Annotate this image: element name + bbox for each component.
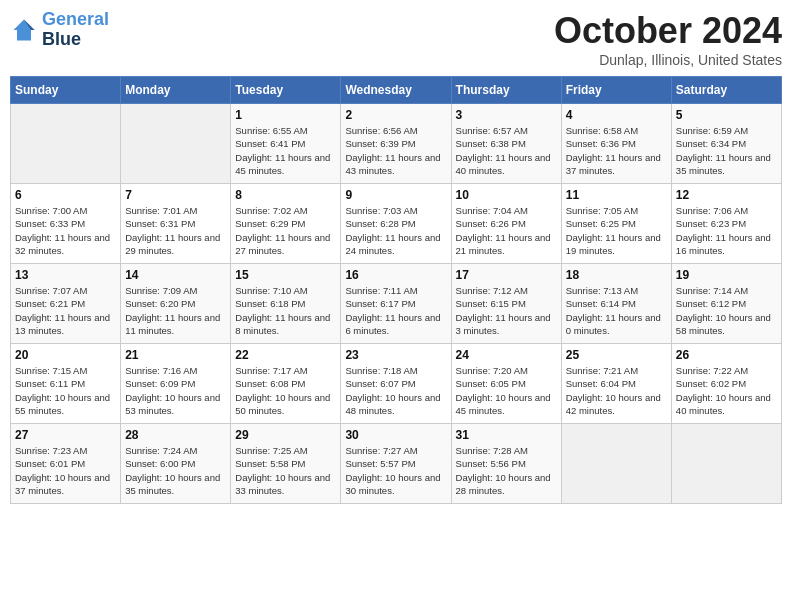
calendar-day-3: 3 Sunrise: 6:57 AM Sunset: 6:38 PM Dayli… (451, 104, 561, 184)
day-number: 9 (345, 188, 446, 202)
calendar-day-8: 8 Sunrise: 7:02 AM Sunset: 6:29 PM Dayli… (231, 184, 341, 264)
day-info: Sunrise: 7:04 AM Sunset: 6:26 PM Dayligh… (456, 204, 557, 257)
day-info: Sunrise: 7:22 AM Sunset: 6:02 PM Dayligh… (676, 364, 777, 417)
calendar-day-23: 23 Sunrise: 7:18 AM Sunset: 6:07 PM Dayl… (341, 344, 451, 424)
logo-icon (10, 16, 38, 44)
title-block: October 2024 Dunlap, Illinois, United St… (554, 10, 782, 68)
day-info: Sunrise: 7:17 AM Sunset: 6:08 PM Dayligh… (235, 364, 336, 417)
calendar-day-28: 28 Sunrise: 7:24 AM Sunset: 6:00 PM Dayl… (121, 424, 231, 504)
day-number: 28 (125, 428, 226, 442)
calendar-row: 13 Sunrise: 7:07 AM Sunset: 6:21 PM Dayl… (11, 264, 782, 344)
weekday-header-row: SundayMondayTuesdayWednesdayThursdayFrid… (11, 77, 782, 104)
weekday-header-monday: Monday (121, 77, 231, 104)
day-info: Sunrise: 6:57 AM Sunset: 6:38 PM Dayligh… (456, 124, 557, 177)
calendar-day-21: 21 Sunrise: 7:16 AM Sunset: 6:09 PM Dayl… (121, 344, 231, 424)
calendar-day-22: 22 Sunrise: 7:17 AM Sunset: 6:08 PM Dayl… (231, 344, 341, 424)
day-number: 30 (345, 428, 446, 442)
day-info: Sunrise: 7:28 AM Sunset: 5:56 PM Dayligh… (456, 444, 557, 497)
calendar-day-24: 24 Sunrise: 7:20 AM Sunset: 6:05 PM Dayl… (451, 344, 561, 424)
calendar-day-4: 4 Sunrise: 6:58 AM Sunset: 6:36 PM Dayli… (561, 104, 671, 184)
day-info: Sunrise: 7:18 AM Sunset: 6:07 PM Dayligh… (345, 364, 446, 417)
calendar-row: 27 Sunrise: 7:23 AM Sunset: 6:01 PM Dayl… (11, 424, 782, 504)
day-number: 27 (15, 428, 116, 442)
calendar-day-9: 9 Sunrise: 7:03 AM Sunset: 6:28 PM Dayli… (341, 184, 451, 264)
empty-cell (561, 424, 671, 504)
day-number: 25 (566, 348, 667, 362)
day-info: Sunrise: 7:03 AM Sunset: 6:28 PM Dayligh… (345, 204, 446, 257)
day-info: Sunrise: 7:01 AM Sunset: 6:31 PM Dayligh… (125, 204, 226, 257)
day-info: Sunrise: 7:23 AM Sunset: 6:01 PM Dayligh… (15, 444, 116, 497)
day-number: 22 (235, 348, 336, 362)
day-number: 3 (456, 108, 557, 122)
calendar-day-7: 7 Sunrise: 7:01 AM Sunset: 6:31 PM Dayli… (121, 184, 231, 264)
calendar-day-13: 13 Sunrise: 7:07 AM Sunset: 6:21 PM Dayl… (11, 264, 121, 344)
day-number: 13 (15, 268, 116, 282)
calendar-day-5: 5 Sunrise: 6:59 AM Sunset: 6:34 PM Dayli… (671, 104, 781, 184)
calendar-row: 6 Sunrise: 7:00 AM Sunset: 6:33 PM Dayli… (11, 184, 782, 264)
calendar-day-2: 2 Sunrise: 6:56 AM Sunset: 6:39 PM Dayli… (341, 104, 451, 184)
day-number: 31 (456, 428, 557, 442)
day-info: Sunrise: 7:25 AM Sunset: 5:58 PM Dayligh… (235, 444, 336, 497)
day-info: Sunrise: 7:13 AM Sunset: 6:14 PM Dayligh… (566, 284, 667, 337)
month-title: October 2024 (554, 10, 782, 52)
calendar-day-18: 18 Sunrise: 7:13 AM Sunset: 6:14 PM Dayl… (561, 264, 671, 344)
logo-text: GeneralBlue (42, 10, 109, 50)
day-number: 4 (566, 108, 667, 122)
day-number: 1 (235, 108, 336, 122)
calendar-day-29: 29 Sunrise: 7:25 AM Sunset: 5:58 PM Dayl… (231, 424, 341, 504)
weekday-header-friday: Friday (561, 77, 671, 104)
day-info: Sunrise: 7:02 AM Sunset: 6:29 PM Dayligh… (235, 204, 336, 257)
day-info: Sunrise: 7:27 AM Sunset: 5:57 PM Dayligh… (345, 444, 446, 497)
day-info: Sunrise: 7:12 AM Sunset: 6:15 PM Dayligh… (456, 284, 557, 337)
empty-cell (121, 104, 231, 184)
calendar-day-12: 12 Sunrise: 7:06 AM Sunset: 6:23 PM Dayl… (671, 184, 781, 264)
calendar-day-6: 6 Sunrise: 7:00 AM Sunset: 6:33 PM Dayli… (11, 184, 121, 264)
day-number: 21 (125, 348, 226, 362)
weekday-header-thursday: Thursday (451, 77, 561, 104)
day-info: Sunrise: 7:00 AM Sunset: 6:33 PM Dayligh… (15, 204, 116, 257)
day-number: 10 (456, 188, 557, 202)
day-number: 6 (15, 188, 116, 202)
day-info: Sunrise: 6:58 AM Sunset: 6:36 PM Dayligh… (566, 124, 667, 177)
calendar-day-1: 1 Sunrise: 6:55 AM Sunset: 6:41 PM Dayli… (231, 104, 341, 184)
calendar-day-26: 26 Sunrise: 7:22 AM Sunset: 6:02 PM Dayl… (671, 344, 781, 424)
logo: GeneralBlue (10, 10, 109, 50)
day-info: Sunrise: 7:07 AM Sunset: 6:21 PM Dayligh… (15, 284, 116, 337)
day-number: 14 (125, 268, 226, 282)
calendar-table: SundayMondayTuesdayWednesdayThursdayFrid… (10, 76, 782, 504)
day-info: Sunrise: 7:06 AM Sunset: 6:23 PM Dayligh… (676, 204, 777, 257)
calendar-day-17: 17 Sunrise: 7:12 AM Sunset: 6:15 PM Dayl… (451, 264, 561, 344)
day-info: Sunrise: 7:11 AM Sunset: 6:17 PM Dayligh… (345, 284, 446, 337)
day-info: Sunrise: 7:16 AM Sunset: 6:09 PM Dayligh… (125, 364, 226, 417)
day-info: Sunrise: 7:05 AM Sunset: 6:25 PM Dayligh… (566, 204, 667, 257)
day-number: 5 (676, 108, 777, 122)
day-info: Sunrise: 7:15 AM Sunset: 6:11 PM Dayligh… (15, 364, 116, 417)
day-info: Sunrise: 7:24 AM Sunset: 6:00 PM Dayligh… (125, 444, 226, 497)
day-number: 26 (676, 348, 777, 362)
day-number: 11 (566, 188, 667, 202)
calendar-day-10: 10 Sunrise: 7:04 AM Sunset: 6:26 PM Dayl… (451, 184, 561, 264)
calendar-day-20: 20 Sunrise: 7:15 AM Sunset: 6:11 PM Dayl… (11, 344, 121, 424)
empty-cell (11, 104, 121, 184)
day-number: 17 (456, 268, 557, 282)
day-info: Sunrise: 6:56 AM Sunset: 6:39 PM Dayligh… (345, 124, 446, 177)
calendar-day-19: 19 Sunrise: 7:14 AM Sunset: 6:12 PM Dayl… (671, 264, 781, 344)
day-number: 16 (345, 268, 446, 282)
day-number: 23 (345, 348, 446, 362)
day-number: 8 (235, 188, 336, 202)
calendar-day-16: 16 Sunrise: 7:11 AM Sunset: 6:17 PM Dayl… (341, 264, 451, 344)
page-header: GeneralBlue October 2024 Dunlap, Illinoi… (10, 10, 782, 68)
day-number: 19 (676, 268, 777, 282)
day-number: 2 (345, 108, 446, 122)
day-info: Sunrise: 7:21 AM Sunset: 6:04 PM Dayligh… (566, 364, 667, 417)
day-number: 18 (566, 268, 667, 282)
day-number: 7 (125, 188, 226, 202)
day-number: 24 (456, 348, 557, 362)
calendar-day-30: 30 Sunrise: 7:27 AM Sunset: 5:57 PM Dayl… (341, 424, 451, 504)
day-number: 20 (15, 348, 116, 362)
calendar-day-27: 27 Sunrise: 7:23 AM Sunset: 6:01 PM Dayl… (11, 424, 121, 504)
calendar-day-25: 25 Sunrise: 7:21 AM Sunset: 6:04 PM Dayl… (561, 344, 671, 424)
calendar-row: 20 Sunrise: 7:15 AM Sunset: 6:11 PM Dayl… (11, 344, 782, 424)
day-number: 15 (235, 268, 336, 282)
day-number: 29 (235, 428, 336, 442)
